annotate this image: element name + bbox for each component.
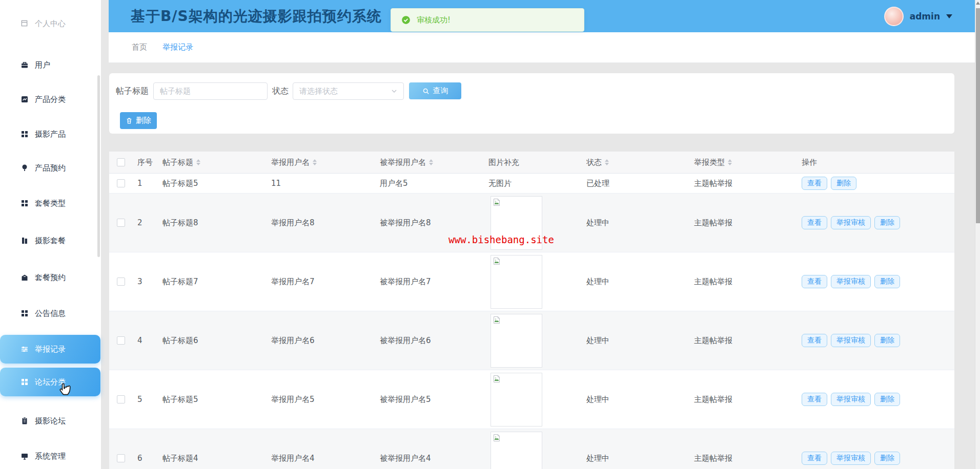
action-button-view[interactable]: 查看 [802, 452, 827, 465]
search-button-label: 查询 [433, 86, 448, 96]
column-header-label: 帖子标题 [162, 158, 193, 167]
column-header-7[interactable]: 举报类型 [689, 158, 797, 167]
image-placeholder[interactable] [491, 373, 542, 427]
sidebar-item-3[interactable]: 摄影产品 [0, 120, 100, 148]
row-checkbox[interactable] [117, 395, 125, 403]
image-placeholder[interactable] [491, 314, 542, 368]
action-button-delete[interactable]: 删除 [874, 452, 900, 465]
column-header-0[interactable] [109, 158, 132, 166]
action-button-audit[interactable]: 举报审核 [831, 334, 871, 347]
row-index: 1 [132, 179, 157, 188]
sidebar-item-10[interactable]: 论坛分类 [0, 368, 100, 396]
table-header-row: 序号帖子标题举报用户名被举报用户名图片补充状态举报类型操作 [109, 152, 954, 174]
toast-message: 审核成功! [417, 15, 451, 25]
column-header-4[interactable]: 被举报用户名 [375, 158, 483, 167]
row-checkbox[interactable] [117, 179, 125, 187]
image-cell [483, 255, 581, 309]
action-button-audit[interactable]: 举报审核 [831, 275, 871, 288]
sidebar-item-5[interactable]: 套餐类型 [0, 189, 100, 218]
reported-user-cell: 被举报用户名7 [375, 277, 483, 287]
action-button-audit[interactable]: 举报审核 [831, 216, 871, 229]
delete-button-label: 删除 [136, 116, 151, 125]
row-index: 4 [132, 336, 157, 345]
page-scrollbar[interactable] [975, 0, 980, 469]
column-header-label: 被举报用户名 [380, 158, 426, 167]
row-checkbox[interactable] [117, 454, 125, 462]
action-button-delete[interactable]: 删除 [874, 334, 900, 347]
column-header-3[interactable]: 举报用户名 [266, 158, 375, 167]
delete-button[interactable]: 删除 [120, 112, 157, 129]
action-button-delete[interactable]: 删除 [874, 393, 900, 406]
sidebar-item-6[interactable]: 摄影套餐 [0, 226, 100, 255]
sidebar-item-12[interactable]: 系统管理 [0, 442, 100, 469]
sidebar-item-7[interactable]: 套餐预约 [0, 263, 100, 292]
sidebar-item-8[interactable]: 公告信息 [0, 299, 100, 328]
reporter-cell: 举报用户名4 [266, 454, 375, 463]
tab-report-records[interactable]: 举报记录 [162, 42, 193, 52]
image-cell [483, 314, 581, 368]
action-button-delete[interactable]: 删除 [874, 216, 900, 229]
action-button-view[interactable]: 查看 [802, 393, 827, 406]
post-title-input[interactable] [153, 82, 268, 100]
sort-carets-icon[interactable] [313, 159, 317, 165]
sidebar-item-11[interactable]: 摄影论坛 [0, 407, 100, 435]
broken-image-icon [493, 316, 501, 324]
row-index: 2 [132, 218, 157, 227]
pin-icon [21, 164, 29, 172]
sort-carets-icon[interactable] [196, 159, 200, 165]
action-button-view[interactable]: 查看 [802, 216, 827, 229]
row-checkbox[interactable] [117, 278, 125, 286]
status-select[interactable]: 请选择状态 [293, 82, 404, 100]
sidebar-item-label: 系统管理 [35, 452, 66, 461]
column-header-2[interactable]: 帖子标题 [157, 158, 266, 167]
image-placeholder[interactable] [491, 255, 542, 309]
grid-icon [21, 378, 29, 386]
reporter-cell: 举报用户名6 [266, 336, 375, 346]
action-button-delete[interactable]: 删除 [874, 275, 900, 288]
column-header-6[interactable]: 状态 [581, 158, 689, 167]
sidebar-item-9[interactable]: 举报记录 [0, 335, 100, 364]
sidebar-scrollbar[interactable] [97, 75, 100, 257]
action-button-view[interactable]: 查看 [802, 177, 827, 190]
page-scrollbar-thumb[interactable] [976, 8, 980, 223]
image-placeholder[interactable] [491, 432, 542, 469]
row-checkbox-cell [109, 336, 132, 345]
status-cell: 处理中 [581, 454, 689, 463]
search-button[interactable]: 查询 [409, 82, 461, 99]
user-name: admin [910, 11, 940, 22]
scroll-up-arrow-icon[interactable] [976, 2, 980, 5]
column-header-label: 序号 [137, 158, 153, 167]
action-button-view[interactable]: 查看 [802, 275, 827, 288]
reported-user-cell: 被举报用户名8 [375, 218, 483, 228]
sidebar-item-label: 举报记录 [35, 345, 66, 354]
action-button-delete[interactable]: 删除 [831, 177, 856, 190]
app-root: 个人中心用户产品分类摄影产品产品预约套餐类型摄影套餐套餐预约公告信息举报记录论坛… [0, 0, 980, 469]
sort-carets-icon[interactable] [429, 159, 433, 165]
post-title-cell: 帖子标题6 [157, 336, 266, 346]
select-all-checkbox[interactable] [117, 158, 125, 166]
action-button-audit[interactable]: 举报审核 [831, 452, 871, 465]
sidebar-item-4[interactable]: 产品预约 [0, 154, 100, 182]
avatar[interactable] [884, 7, 904, 26]
tab-home[interactable]: 首页 [132, 42, 147, 52]
action-button-view[interactable]: 查看 [802, 334, 827, 347]
sidebar-item-label: 摄影论坛 [35, 416, 66, 426]
image-cell: 无图片 [483, 179, 581, 188]
row-checkbox[interactable] [117, 336, 125, 345]
column-header-1: 序号 [132, 158, 157, 167]
row-checkbox[interactable] [117, 219, 125, 227]
sidebar-item-0[interactable]: 个人中心 [0, 9, 100, 38]
sidebar-item-2[interactable]: 产品分类 [0, 85, 100, 114]
watermark-text: www.bishebang.site [448, 234, 554, 245]
sidebar-item-1[interactable]: 用户 [0, 51, 100, 79]
column-header-label: 举报用户名 [271, 158, 310, 167]
sort-carets-icon[interactable] [728, 159, 732, 165]
image-cell [483, 432, 581, 469]
status-select-placeholder: 请选择状态 [299, 87, 338, 96]
grid-icon [21, 130, 29, 138]
status-cell: 处理中 [581, 395, 689, 404]
user-menu[interactable]: admin [884, 0, 952, 32]
column-header-label: 举报类型 [694, 158, 725, 167]
action-button-audit[interactable]: 举报审核 [831, 393, 871, 406]
sort-carets-icon[interactable] [605, 159, 609, 165]
